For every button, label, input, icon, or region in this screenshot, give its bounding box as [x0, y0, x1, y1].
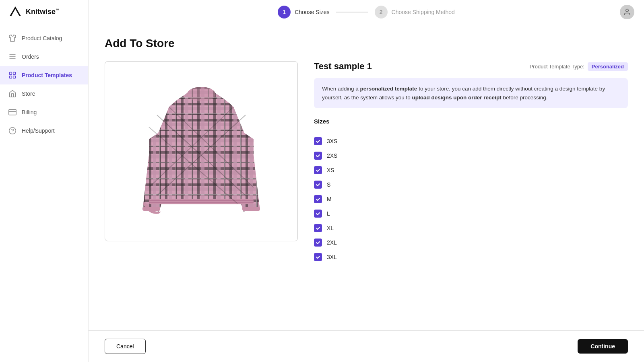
- product-details: Test sample 1 Product Template Type: Per…: [314, 61, 628, 264]
- size-item: L: [314, 206, 628, 221]
- svg-point-13: [626, 9, 629, 12]
- shirt-icon: [8, 34, 17, 43]
- store-icon: [8, 89, 17, 98]
- size-label-2xl: 2XL: [327, 239, 337, 246]
- svg-rect-27: [149, 199, 254, 204]
- templates-icon: [8, 71, 17, 80]
- avatar[interactable]: [620, 5, 634, 19]
- svg-rect-5: [10, 72, 12, 75]
- step-2-circle: 2: [375, 6, 388, 19]
- size-item: 3XS: [314, 134, 628, 148]
- step-1-label: Choose Sizes: [295, 9, 329, 15]
- size-item: 3XL: [314, 250, 628, 264]
- svg-rect-7: [10, 76, 12, 78]
- orders-icon: [8, 52, 17, 61]
- sidebar-nav: Product Catalog Orders Product Templates: [0, 24, 88, 362]
- size-checkbox-2xl[interactable]: [314, 239, 322, 247]
- svg-point-24: [187, 87, 215, 101]
- sizes-section: Sizes 3XS 2XS XS: [314, 118, 628, 264]
- product-type-label: Product Template Type:: [530, 64, 584, 70]
- sidebar-item-product-catalog[interactable]: Product Catalog: [0, 29, 88, 47]
- size-label-3xl: 3XL: [327, 254, 337, 260]
- continue-button[interactable]: Continue: [578, 339, 628, 354]
- size-checkbox-xs[interactable]: [314, 166, 322, 174]
- info-text-bold2: upload designs upon order receipt: [412, 95, 502, 101]
- size-label-3xs: 3XS: [327, 138, 337, 144]
- sizes-title: Sizes: [314, 118, 628, 129]
- size-label-s: S: [327, 181, 330, 188]
- size-label-l: L: [327, 210, 330, 217]
- stepper: 1 Choose Sizes 2 Choose Shipping Method: [278, 6, 455, 19]
- sidebar-label-store: Store: [22, 90, 35, 97]
- svg-point-11: [9, 128, 16, 134]
- size-checkbox-l[interactable]: [314, 210, 322, 218]
- product-layout: Test sample 1 Product Template Type: Per…: [105, 61, 628, 264]
- logo-icon: [8, 5, 23, 19]
- sidebar-item-orders[interactable]: Orders: [0, 47, 88, 66]
- size-label-2xs: 2XS: [327, 152, 337, 159]
- info-text-plain3: before processing.: [502, 95, 548, 101]
- svg-rect-8: [13, 76, 16, 78]
- sidebar-item-product-templates[interactable]: Product Templates: [0, 66, 88, 84]
- sidebar-item-store[interactable]: Store: [0, 84, 88, 103]
- size-item: XS: [314, 163, 628, 177]
- sidebar-item-billing[interactable]: Billing: [0, 103, 88, 121]
- step-connector: [336, 12, 368, 12]
- sidebar-label-product-templates: Product Templates: [22, 72, 72, 78]
- svg-rect-9: [9, 109, 16, 115]
- sidebar-item-help[interactable]: Help/Support: [0, 121, 88, 140]
- size-label-xs: XS: [327, 167, 334, 173]
- size-item: M: [314, 192, 628, 206]
- page-title: Add To Store: [105, 37, 628, 50]
- footer: Cancel Continue: [89, 330, 644, 362]
- step-1: 1 Choose Sizes: [278, 6, 329, 19]
- size-item: XL: [314, 221, 628, 235]
- brand-name: Knitwise™: [26, 8, 59, 16]
- size-checkbox-xl[interactable]: [314, 224, 322, 232]
- product-name-row: Test sample 1 Product Template Type: Per…: [314, 61, 628, 72]
- product-type-badge: Personalized: [588, 62, 628, 71]
- svg-rect-26: [242, 207, 260, 211]
- info-text-plain1: When adding a: [322, 86, 360, 92]
- size-item: S: [314, 177, 628, 192]
- size-item: 2XS: [314, 148, 628, 163]
- product-image-container: [105, 61, 298, 241]
- step-2-label: Choose Shipping Method: [392, 9, 455, 15]
- product-type-row: Product Template Type: Personalized: [530, 62, 628, 71]
- topbar: 1 Choose Sizes 2 Choose Shipping Method: [89, 0, 644, 24]
- step-1-circle: 1: [278, 6, 291, 19]
- size-checkbox-3xl[interactable]: [314, 253, 322, 261]
- size-checkbox-2xs[interactable]: [314, 152, 322, 160]
- svg-rect-25: [142, 207, 160, 211]
- main-content: 1 Choose Sizes 2 Choose Shipping Method …: [89, 0, 644, 362]
- sidebar-label-billing: Billing: [22, 109, 37, 115]
- size-item: 2XL: [314, 235, 628, 250]
- step-2: 2 Choose Shipping Method: [375, 6, 455, 19]
- sizes-list: 3XS 2XS XS S: [314, 134, 628, 264]
- size-label-m: M: [327, 196, 332, 202]
- sidebar: Knitwise™ Product Catalog Orders: [0, 0, 89, 362]
- info-box: When adding a personalized template to y…: [314, 78, 628, 108]
- cancel-button[interactable]: Cancel: [105, 339, 146, 354]
- logo: Knitwise™: [0, 0, 88, 24]
- sidebar-label-product-catalog: Product Catalog: [22, 35, 62, 41]
- product-image: [137, 75, 266, 228]
- sidebar-label-help: Help/Support: [22, 128, 55, 134]
- product-name: Test sample 1: [314, 61, 372, 72]
- billing-icon: [8, 108, 17, 117]
- size-checkbox-s[interactable]: [314, 181, 322, 189]
- svg-rect-6: [13, 72, 16, 75]
- sidebar-label-orders: Orders: [22, 53, 39, 60]
- help-icon: [8, 126, 17, 135]
- size-checkbox-3xs[interactable]: [314, 137, 322, 145]
- page-content: Add To Store: [89, 24, 644, 330]
- info-text-bold1: personalized template: [360, 86, 417, 92]
- size-checkbox-m[interactable]: [314, 195, 322, 203]
- size-label-xl: XL: [327, 225, 334, 231]
